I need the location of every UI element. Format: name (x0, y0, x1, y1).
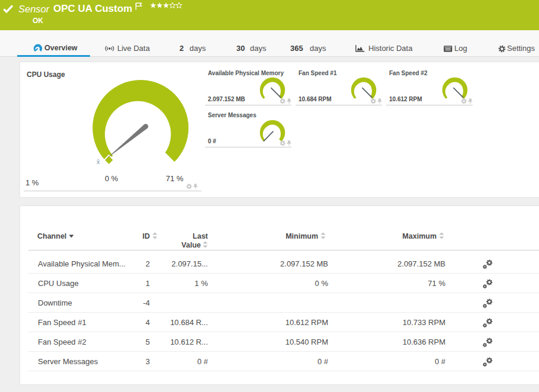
svg-text:x̄: x̄ (97, 158, 100, 165)
